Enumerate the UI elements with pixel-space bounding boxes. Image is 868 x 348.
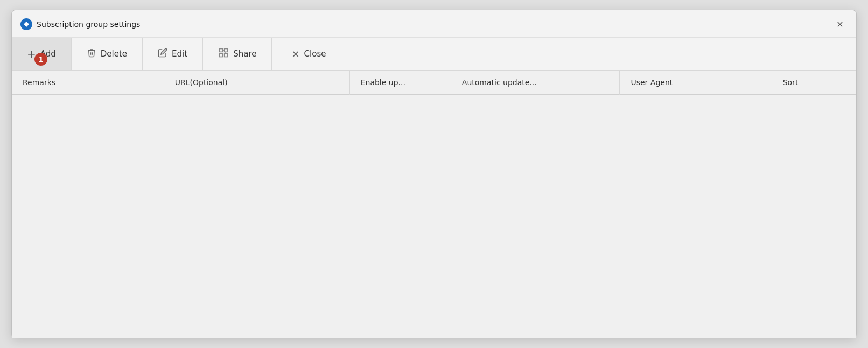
delete-button[interactable]: Delete [72,38,143,70]
add-badge: 1 [34,53,47,66]
delete-icon [87,48,96,60]
title-bar-left: Subscription group settings [20,18,140,30]
delete-label: Delete [101,49,127,59]
col-header-url: URL(Optional) [164,71,349,95]
col-header-enable: Enable up... [349,71,451,95]
edit-button[interactable]: Edit [143,38,203,70]
svg-rect-0 [220,49,223,52]
col-header-remarks: Remarks [12,71,164,95]
main-window: Subscription group settings ✕ + Add 1 De… [11,10,857,338]
title-bar: Subscription group settings ✕ [12,10,856,38]
close-button[interactable]: ✕ Close [276,38,341,70]
share-button[interactable]: Share [203,38,272,70]
window-close-button[interactable]: ✕ [832,17,848,32]
svg-rect-3 [220,54,223,57]
add-button[interactable]: + Add 1 [12,38,72,70]
app-icon [20,18,32,30]
col-header-sort: Sort [772,71,856,95]
share-label: Share [233,49,256,59]
edit-label: Edit [172,49,187,59]
svg-rect-1 [225,49,228,52]
edit-icon [158,48,167,60]
col-header-agent: User Agent [620,71,772,95]
toolbar: + Add 1 Delete [12,38,856,71]
close-label: Close [304,49,326,59]
table-container: Remarks URL(Optional) Enable up... Autom… [12,71,856,338]
share-icon [218,47,229,60]
subscription-table: Remarks URL(Optional) Enable up... Autom… [12,71,856,95]
svg-rect-2 [225,54,228,57]
table-header-row: Remarks URL(Optional) Enable up... Autom… [12,71,856,95]
close-icon: ✕ [291,48,299,60]
col-header-auto: Automatic update... [451,71,620,95]
window-title: Subscription group settings [37,20,140,29]
